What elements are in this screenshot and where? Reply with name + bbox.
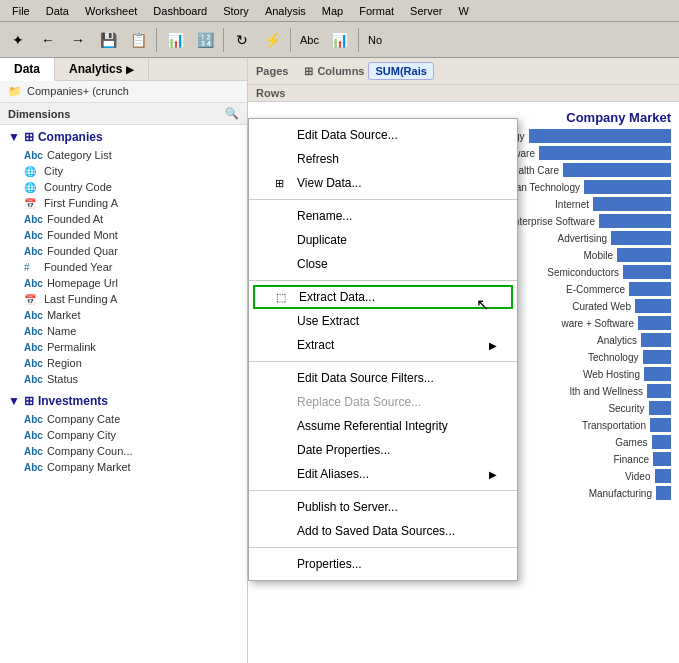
field-founded-year[interactable]: # Founded Year xyxy=(0,259,247,275)
globe-icon: 🌐 xyxy=(24,166,40,177)
ctx-add-saved[interactable]: Add to Saved Data Sources... xyxy=(249,519,517,543)
menu-data[interactable]: Data xyxy=(38,3,77,19)
alias-arrow-icon: ▶ xyxy=(489,469,497,480)
toolbar-home-btn[interactable]: ✦ xyxy=(4,26,32,54)
folder-icon: 📁 xyxy=(8,85,22,97)
field-country-code[interactable]: 🌐 Country Code xyxy=(0,179,247,195)
field-label: Founded At xyxy=(47,213,103,225)
columns-icon: ⊞ xyxy=(304,65,313,78)
field-market[interactable]: Abc Market xyxy=(0,307,247,323)
menu-analysis[interactable]: Analysis xyxy=(257,3,314,19)
toolbar-back-btn[interactable]: ← xyxy=(34,26,62,54)
menu-file[interactable]: File xyxy=(4,3,38,19)
field-region[interactable]: Abc Region xyxy=(0,355,247,371)
bar-fill xyxy=(641,333,671,347)
rows-shelf: Rows xyxy=(256,87,285,99)
toolbar-no-btn[interactable]: No xyxy=(363,26,387,54)
field-permalink[interactable]: Abc Permalink xyxy=(0,339,247,355)
menu-server[interactable]: Server xyxy=(402,3,450,19)
toolbar-save-btn[interactable]: 💾 xyxy=(94,26,122,54)
ctx-publish-server[interactable]: Publish to Server... xyxy=(249,495,517,519)
submenu-arrow-icon: ▶ xyxy=(489,340,497,351)
bar-fill xyxy=(529,129,672,143)
bar-label: Curated Web xyxy=(521,301,631,312)
field-company-coun[interactable]: Abc Company Coun... xyxy=(0,443,247,459)
field-company-market[interactable]: Abc Company Market xyxy=(0,459,247,475)
menu-dashboard[interactable]: Dashboard xyxy=(145,3,215,19)
field-label: Company City xyxy=(47,429,116,441)
triangle-icon: ▼ xyxy=(8,130,20,144)
globe-icon: 🌐 xyxy=(24,182,40,193)
field-founded-at[interactable]: Abc Founded At xyxy=(0,211,247,227)
menu-format[interactable]: Format xyxy=(351,3,402,19)
field-first-funding[interactable]: 📅 First Funding A xyxy=(0,195,247,211)
dimensions-search-icon[interactable]: 🔍 xyxy=(225,107,239,120)
field-founded-quarter[interactable]: Abc Founded Quar xyxy=(0,243,247,259)
bar-label: Web Hosting xyxy=(530,369,640,380)
ctx-rename[interactable]: Rename... xyxy=(249,204,517,228)
field-name[interactable]: Abc Name xyxy=(0,323,247,339)
ctx-referential-integrity[interactable]: Assume Referential Integrity xyxy=(249,414,517,438)
bar-fill xyxy=(650,418,671,432)
bar-label: Semiconductors xyxy=(509,267,619,278)
bar-fill xyxy=(635,299,671,313)
bar-fill xyxy=(649,401,672,415)
ctx-edit-datasource[interactable]: Edit Data Source... xyxy=(249,123,517,147)
field-label: Market xyxy=(47,309,81,321)
toolbar-sort-btn[interactable]: 🔢 xyxy=(191,26,219,54)
ctx-duplicate[interactable]: Duplicate xyxy=(249,228,517,252)
field-company-cate[interactable]: Abc Company Cate xyxy=(0,411,247,427)
toolbar-copy-btn[interactable]: 📋 xyxy=(124,26,152,54)
ctx-properties[interactable]: Properties... xyxy=(249,552,517,576)
ctx-extract[interactable]: Extract▶ xyxy=(249,333,517,357)
field-homepage-url[interactable]: Abc Homepage Url xyxy=(0,275,247,291)
ctx-edit-filters[interactable]: Edit Data Source Filters... xyxy=(249,366,517,390)
companies-group: ▼ ⊞ Companies Abc Category List 🌐 City 🌐… xyxy=(0,125,247,389)
toolbar-graph-btn[interactable]: 📊 xyxy=(326,26,354,54)
ctx-view-data[interactable]: ⊞View Data... xyxy=(249,171,517,195)
field-label: Company Market xyxy=(47,461,131,473)
ctx-date-properties[interactable]: Date Properties... xyxy=(249,438,517,462)
bar-fill xyxy=(617,248,671,262)
menu-w[interactable]: W xyxy=(451,3,477,19)
companies-group-header[interactable]: ▼ ⊞ Companies xyxy=(0,127,247,147)
menu-worksheet[interactable]: Worksheet xyxy=(77,3,145,19)
toolbar-pause-btn[interactable]: ⚡ xyxy=(258,26,286,54)
toolbar-refresh-btn[interactable]: ↻ xyxy=(228,26,256,54)
extract-icon: ⬚ xyxy=(271,291,291,304)
view-icon: ⊞ xyxy=(269,177,289,190)
field-founded-month[interactable]: Abc Founded Mont xyxy=(0,227,247,243)
toolbar-chart-btn[interactable]: 📊 xyxy=(161,26,189,54)
tab-data[interactable]: Data xyxy=(0,58,55,81)
field-label: Founded Mont xyxy=(47,229,118,241)
calendar-icon: 📅 xyxy=(24,294,40,305)
ctx-refresh[interactable]: Refresh xyxy=(249,147,517,171)
investments-group-header[interactable]: ▼ ⊞ Investments xyxy=(0,391,247,411)
bar-label: Transportation xyxy=(536,420,646,431)
menu-map[interactable]: Map xyxy=(314,3,351,19)
abc-icon: Abc xyxy=(24,342,43,353)
field-label: Category List xyxy=(47,149,112,161)
field-label: Company Coun... xyxy=(47,445,133,457)
field-label: Founded Year xyxy=(44,261,113,273)
menu-story[interactable]: Story xyxy=(215,3,257,19)
toolbar-abc-btn[interactable]: Abc xyxy=(295,26,324,54)
columns-label: Columns xyxy=(317,65,364,77)
ctx-extract-data[interactable]: ⬚Extract Data... xyxy=(253,285,513,309)
toolbar-forward-btn[interactable]: → xyxy=(64,26,92,54)
field-company-city[interactable]: Abc Company City xyxy=(0,427,247,443)
field-city[interactable]: 🌐 City xyxy=(0,163,247,179)
field-last-funding[interactable]: 📅 Last Funding A xyxy=(0,291,247,307)
ctx-edit-aliases[interactable]: Edit Aliases...▶ xyxy=(249,462,517,486)
ctx-use-extract[interactable]: Use Extract xyxy=(249,309,517,333)
tab-analytics[interactable]: Analytics ▶ xyxy=(55,58,149,80)
ctx-close[interactable]: Close xyxy=(249,252,517,276)
field-category-list[interactable]: Abc Category List xyxy=(0,147,247,163)
columns-shelf: ⊞ Columns SUM(Rais xyxy=(304,62,433,80)
investments-group: ▼ ⊞ Investments Abc Company Cate Abc Com… xyxy=(0,389,247,477)
field-label: Region xyxy=(47,357,82,369)
rows-shelf-bar: Rows xyxy=(248,85,679,102)
table-icon: ⊞ xyxy=(24,394,34,408)
field-status[interactable]: Abc Status xyxy=(0,371,247,387)
columns-value[interactable]: SUM(Rais xyxy=(368,62,433,80)
